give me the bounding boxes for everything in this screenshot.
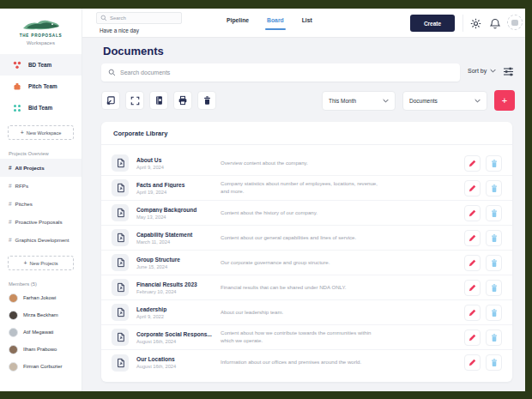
document-icon [112,229,129,246]
team-label: Pitch Team [28,83,57,89]
list-item-member[interactable]: Farhan Jokowi [0,289,82,306]
document-title: Facts and Figures [136,182,215,188]
expand-button[interactable] [125,91,144,110]
period-filter-dropdown[interactable]: This Month [322,91,396,111]
sidebar-item-rfps[interactable]: # RFPs [0,177,82,195]
edit-document-button[interactable] [464,305,481,321]
table-row[interactable]: Financial Results 2023 February 10, 2024… [101,275,512,300]
documents-search[interactable] [101,63,460,82]
table-row[interactable]: Corporate Social Respons... August 16th,… [101,325,512,350]
add-document-button[interactable]: + [494,90,515,111]
document-date: August 16th, 2024 [136,364,215,369]
filter-settings-button[interactable] [503,66,515,78]
tab-board[interactable]: Board [267,17,284,30]
edit-document-button[interactable] [464,354,481,371]
export-button[interactable] [101,91,120,110]
document-title: Our Locations [136,356,215,362]
plus-icon: + [21,130,24,136]
app-window: THE PROPOSALS Workspaces BD Team Pitch T… [0,9,525,391]
edit-document-button[interactable] [464,255,481,271]
notifications-button[interactable] [489,17,501,29]
document-text: Capability Statement March 11, 2024 [136,232,215,245]
library-button[interactable] [149,91,168,110]
delete-document-button[interactable] [486,230,502,246]
settings-button[interactable] [469,17,481,29]
table-row[interactable]: Our Locations August 16th, 2024 Informat… [101,350,512,375]
sliders-icon [503,66,514,77]
member-name: Farhan Jokowi [23,295,56,300]
new-workspace-button[interactable]: + New Workspace [8,125,74,140]
pencil-icon [468,233,477,243]
sidebar-item-pitch-team[interactable]: Pitch Team [0,76,82,97]
tab-list[interactable]: List [302,17,312,30]
table-row[interactable]: Group Structure June 15, 2024 Our corpor… [101,251,512,275]
view-tabs: Pipeline Board List [227,17,312,30]
table-row[interactable]: Company Background May 13, 2024 Content … [101,201,512,226]
document-icon [112,154,129,172]
delete-document-button[interactable] [486,305,502,321]
sort-by-control[interactable]: Sort by [468,68,496,74]
documents-search-input[interactable] [120,70,438,76]
expand-icon [130,96,140,106]
global-search[interactable] [96,12,182,24]
document-title: Leadership [136,306,215,312]
tab-pipeline[interactable]: Pipeline [227,17,249,30]
table-row[interactable]: Capability Statement March 11, 2024 Cont… [101,226,512,251]
delete-document-button[interactable] [486,280,502,296]
delete-document-button[interactable] [486,155,502,172]
table-row[interactable]: About Us April 9, 2024 Overview content … [101,151,512,176]
edit-document-button[interactable] [464,155,481,172]
trash-icon [490,233,499,243]
pencil-icon [468,333,477,342]
plus-icon: + [23,260,27,266]
page-title: Documents [103,45,164,57]
delete-document-button[interactable] [486,205,502,221]
pencil-icon [468,184,477,193]
edit-document-button[interactable] [464,230,481,246]
list-item-member[interactable]: Ilham Prabowo [0,341,82,358]
new-workspace-label: New Workspace [27,130,62,136]
document-icon [112,329,129,346]
edit-document-button[interactable] [464,205,481,221]
list-item-member[interactable]: Firman Corbuzier [0,358,82,375]
topbar: Have a nice day Pipeline Board List Crea… [82,9,525,38]
global-search-input[interactable] [110,15,178,21]
delete-document-button[interactable] [486,354,502,371]
table-row[interactable]: Leadership April 9, 2022 About our leade… [101,300,512,325]
avatar [9,293,18,303]
type-filter-dropdown[interactable]: Documents [402,91,487,111]
new-projects-label: New Projects [30,261,58,266]
delete-document-button[interactable] [486,329,502,346]
delete-button[interactable] [197,91,216,110]
chevron-down-icon [383,99,389,103]
delete-document-button[interactable] [486,255,502,271]
table-row[interactable]: Facts and Figures April 19, 2024 Company… [101,176,512,201]
list-item-member[interactable]: Mirza Beckham [0,306,82,323]
trash-icon [490,333,499,342]
sidebar-item-pitches[interactable]: # Pitches [0,195,82,213]
trash-icon [490,184,499,193]
document-title: Capability Statement [136,232,215,238]
document-text: Company Background May 13, 2024 [136,207,215,220]
delete-document-button[interactable] [486,180,502,196]
print-button[interactable] [173,91,192,110]
sidebar-item-bd-team[interactable]: BD Team [0,54,82,76]
list-item-member[interactable]: Atif Megawati [0,323,82,341]
sidebar-item-bid-team[interactable]: Bid Team [0,97,82,118]
brand-name: THE PROPOSALS [0,33,82,38]
document-icon [112,279,129,296]
document-description: About our leadership team. [221,309,379,317]
sidebar-item-all-projects[interactable]: # All Projects [0,159,82,177]
project-label: Graphics Development [15,237,70,243]
book-icon [154,95,164,106]
edit-document-button[interactable] [464,329,481,346]
create-button[interactable]: Create [410,15,455,32]
sidebar-item-proactive-proposals[interactable]: # Proactive Proposals [0,213,82,231]
edit-document-button[interactable] [464,180,481,196]
new-projects-button[interactable]: + New Projects [8,256,74,270]
document-icon [112,304,129,321]
edit-document-button[interactable] [464,280,481,296]
document-text: Our Locations August 16th, 2024 [136,356,215,369]
sidebar-item-graphics-development[interactable]: # Graphics Development [0,231,82,249]
user-avatar[interactable] [507,15,523,30]
